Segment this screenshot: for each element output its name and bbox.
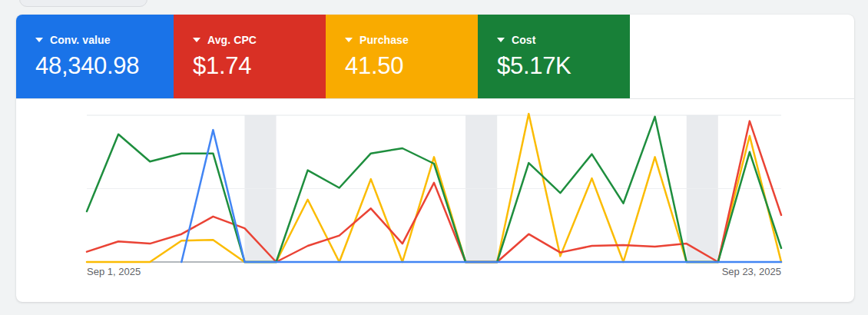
scorecard-cost[interactable]: Cost $5.17K — [478, 15, 630, 98]
metrics-chart-panel: Conv. value 48,340.98 Avg. CPC $1.74 Pur… — [16, 15, 854, 302]
chevron-down-icon[interactable] — [345, 38, 353, 42]
scorecard-row: Conv. value 48,340.98 Avg. CPC $1.74 Pur… — [16, 15, 854, 99]
chevron-down-icon[interactable] — [35, 38, 43, 42]
x-axis-end-date: Sep 23, 2025 — [722, 266, 781, 277]
scorecard-value: 41.50 — [345, 52, 478, 80]
scorecard-label: Cost — [512, 34, 536, 46]
scorecard-label: Conv. value — [50, 34, 111, 46]
scorecard-label: Purchase — [359, 34, 409, 46]
cut-off-tab[interactable] — [19, 0, 147, 7]
time-series-chart[interactable]: Sep 1, 2025 Sep 23, 2025 — [16, 99, 854, 301]
scorecard-value: $1.74 — [193, 52, 326, 80]
scorecard-label: Avg. CPC — [207, 34, 257, 46]
scorecard-value: 48,340.98 — [35, 52, 174, 80]
scorecard-avg-cpc[interactable]: Avg. CPC $1.74 — [174, 15, 326, 98]
chart-toolbar: Metrics Adjust — [630, 15, 854, 98]
x-axis-start-date: Sep 1, 2025 — [87, 266, 141, 277]
scorecard-purchase[interactable]: Purchase 41.50 — [326, 15, 478, 98]
chevron-down-icon[interactable] — [193, 38, 200, 42]
scorecard-conv-value[interactable]: Conv. value 48,340.98 — [16, 15, 174, 98]
scorecard-value: $5.17K — [497, 52, 630, 80]
chevron-down-icon[interactable] — [497, 38, 505, 42]
